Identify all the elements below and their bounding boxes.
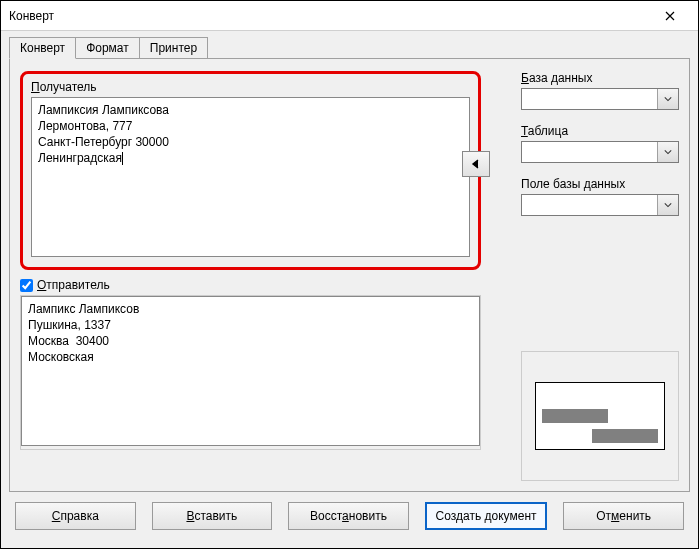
button-bar: Справка Вставить Восстановить Создать до…	[9, 492, 690, 540]
database-value	[522, 89, 658, 109]
recipient-group: Получатель Лампиксия Лампиксова Лермонто…	[20, 71, 481, 270]
chevron-down-icon	[658, 142, 678, 162]
dbfield-field: Поле базы данных	[521, 177, 679, 216]
envelope-icon	[535, 382, 665, 450]
close-button[interactable]	[650, 2, 690, 30]
sender-textarea[interactable]	[21, 296, 480, 446]
right-column: База данных Таблица Поле базы данных	[521, 71, 679, 481]
dbfield-label: Поле базы данных	[521, 177, 679, 191]
database-select[interactable]	[521, 88, 679, 110]
help-button[interactable]: Справка	[15, 502, 136, 530]
table-select[interactable]	[521, 141, 679, 163]
dbfield-select[interactable]	[521, 194, 679, 216]
envelope-sender-area	[542, 409, 608, 423]
table-value	[522, 142, 658, 162]
window-title: Конверт	[9, 9, 650, 23]
sender-group	[20, 295, 481, 450]
recipient-label: Получатель	[31, 80, 470, 94]
table-label: Таблица	[521, 124, 679, 138]
sender-header: Отправитель	[20, 278, 481, 292]
cancel-button[interactable]: Отменить	[563, 502, 684, 530]
restore-button[interactable]: Восстановить	[288, 502, 409, 530]
dialog-body: Конверт Формат Принтер Получатель Лампик…	[1, 31, 698, 548]
insert-button[interactable]: Вставить	[152, 502, 273, 530]
sender-label: Отправитель	[37, 278, 110, 292]
text-caret	[122, 152, 123, 165]
arrow-left-icon	[471, 159, 481, 169]
chevron-down-icon	[658, 195, 678, 215]
database-field: База данных	[521, 71, 679, 110]
tab-format[interactable]: Формат	[75, 37, 140, 59]
create-document-button[interactable]: Создать документ	[425, 502, 548, 530]
envelope-preview	[521, 351, 679, 481]
database-label: База данных	[521, 71, 679, 85]
insert-field-button[interactable]	[462, 151, 490, 177]
dbfield-value	[522, 195, 658, 215]
envelope-recipient-area	[592, 429, 658, 443]
tab-printer[interactable]: Принтер	[139, 37, 208, 59]
titlebar: Конверт	[1, 1, 698, 31]
chevron-down-icon	[658, 89, 678, 109]
tabs: Конверт Формат Принтер	[9, 37, 690, 59]
tab-konvert[interactable]: Конверт	[9, 37, 76, 59]
dialog-konvert: Конверт Конверт Формат Принтер Получател…	[0, 0, 699, 549]
left-column: Получатель Лампиксия Лампиксова Лермонто…	[20, 71, 481, 481]
tab-panel-konvert: Получатель Лампиксия Лампиксова Лермонто…	[9, 58, 690, 492]
table-field: Таблица	[521, 124, 679, 163]
recipient-textarea[interactable]: Лампиксия Лампиксова Лермонтова, 777 Сан…	[31, 97, 470, 257]
sender-checkbox[interactable]	[20, 279, 33, 292]
